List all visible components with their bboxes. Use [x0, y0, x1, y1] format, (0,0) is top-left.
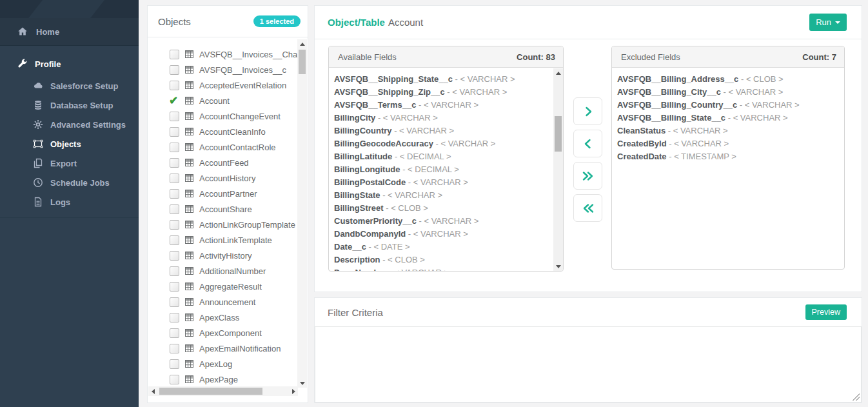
object-list-item[interactable]: Account: [148, 93, 298, 108]
field-item[interactable]: CreatedById - < VARCHAR >: [617, 137, 844, 150]
object-list-item[interactable]: AccountChangeEvent: [148, 108, 298, 124]
sidebar-item-advanced-settings[interactable]: Advanced Settings: [0, 115, 139, 134]
object-list-item[interactable]: AccountContactRole: [148, 139, 298, 155]
sidebar-item-export[interactable]: Export: [0, 154, 139, 173]
sidebar-item-objects[interactable]: Objects: [0, 134, 139, 154]
objects-horizontal-scrollbar[interactable]: [148, 386, 298, 396]
field-item[interactable]: DunsNumber - < VARCHAR >: [334, 266, 553, 271]
scrollbar-thumb[interactable]: [159, 388, 262, 395]
run-button[interactable]: Run: [809, 14, 847, 31]
field-item[interactable]: CreatedDate - < TIMESTAMP >: [617, 150, 844, 163]
available-fields-list: AVSFQB__Shipping_State__c - < VARCHAR >A…: [329, 68, 553, 271]
object-list-item[interactable]: ApexEmailNotification: [148, 341, 298, 356]
checkbox[interactable]: [170, 112, 179, 121]
object-list-item[interactable]: AdditionalNumber: [148, 263, 298, 279]
sidebar-item-salesforce-setup[interactable]: Salesforce Setup: [0, 76, 139, 95]
preview-button[interactable]: Preview: [805, 304, 847, 320]
field-item[interactable]: AVSFQB__Terms__c - < VARCHAR >: [334, 99, 553, 112]
object-list-item[interactable]: AccountCleanInfo: [148, 124, 298, 139]
objects-panel: Objects 1 selected AVSFQB__Invoices__Cha…: [147, 5, 308, 403]
checkbox[interactable]: [170, 81, 179, 90]
sidebar-item-schedule-jobs[interactable]: Schedule Jobs: [0, 173, 139, 192]
checkbox[interactable]: [170, 297, 179, 307]
field-item[interactable]: BillingPostalCode - < VARCHAR >: [334, 176, 553, 189]
object-list-item[interactable]: AggregateResult: [148, 279, 298, 294]
field-item[interactable]: AVSFQB__Billing_City__c - < VARCHAR >: [617, 86, 844, 99]
field-item[interactable]: CustomerPriority__c - < VARCHAR >: [334, 215, 553, 228]
object-list-item[interactable]: ApexClass: [148, 310, 298, 325]
object-list-item[interactable]: AVSFQB__Invoices__c: [148, 62, 298, 77]
field-item[interactable]: CleanStatus - < VARCHAR >: [617, 124, 844, 137]
checkbox[interactable]: [170, 204, 179, 214]
field-item[interactable]: Date__c - < DATE >: [334, 241, 553, 253]
checkbox[interactable]: [170, 158, 179, 168]
checkbox[interactable]: [170, 50, 179, 59]
field-item[interactable]: AVSFQB__Shipping_Zip__c - < VARCHAR >: [334, 86, 553, 99]
object-name: AccountHistory: [199, 174, 255, 183]
scrollbar-thumb[interactable]: [299, 50, 306, 74]
move-right-button[interactable]: [573, 97, 602, 125]
object-list-item[interactable]: Announcement: [148, 294, 298, 310]
checkbox[interactable]: [170, 344, 179, 353]
field-item[interactable]: AVSFQB__Billing_Country__c - < VARCHAR >: [617, 99, 844, 112]
object-list-item[interactable]: ActionLinkGroupTemplate: [148, 217, 298, 232]
object-list-item[interactable]: AVSFQB__Invoices__Chang: [148, 46, 298, 62]
checkbox[interactable]: [170, 359, 179, 369]
object-list-item[interactable]: ApexPage: [148, 372, 298, 387]
move-left-button[interactable]: [573, 130, 602, 157]
checkbox[interactable]: [170, 220, 179, 230]
scroll-left-icon[interactable]: [148, 386, 157, 396]
object-list-item[interactable]: AcceptedEventRelation: [148, 77, 298, 93]
object-name: AVSFQB__Invoices__Chang: [199, 50, 298, 59]
checkbox[interactable]: [170, 313, 179, 323]
object-list-item[interactable]: ApexComponent: [148, 325, 298, 341]
field-item[interactable]: BillingGeocodeAccuracy - < VARCHAR >: [334, 137, 553, 150]
field-item[interactable]: Description - < CLOB >: [334, 253, 553, 266]
checkbox[interactable]: [170, 174, 179, 183]
move-all-right-button[interactable]: [573, 162, 602, 190]
checkbox[interactable]: [170, 189, 179, 199]
field-item[interactable]: BillingLongitude - < DECIMAL >: [334, 163, 553, 176]
scroll-up-icon[interactable]: [553, 68, 563, 77]
field-item[interactable]: DandbCompanyId - < VARCHAR >: [334, 228, 553, 241]
field-item[interactable]: BillingCity - < VARCHAR >: [334, 112, 553, 124]
field-item[interactable]: AVSFQB__Billing_State__c - < VARCHAR >: [617, 112, 844, 124]
sidebar-item-logs[interactable]: Logs: [0, 192, 139, 212]
objects-vertical-scrollbar[interactable]: [297, 39, 307, 388]
checkbox[interactable]: [170, 65, 179, 75]
field-item[interactable]: AVSFQB__Shipping_State__c - < VARCHAR >: [334, 73, 553, 86]
available-fields-scrollbar[interactable]: [553, 68, 563, 271]
field-item[interactable]: BillingCountry - < VARCHAR >: [334, 124, 553, 137]
checkbox[interactable]: [170, 266, 179, 276]
checkbox[interactable]: [170, 328, 179, 338]
scroll-up-icon[interactable]: [297, 39, 307, 48]
object-list-item[interactable]: AccountShare: [148, 201, 298, 217]
checkbox[interactable]: [170, 235, 179, 245]
scrollbar-thumb[interactable]: [555, 116, 562, 152]
sidebar-item-profile[interactable]: Profile: [0, 54, 139, 74]
checkbox[interactable]: [170, 282, 179, 292]
sidebar-item-home[interactable]: Home: [0, 18, 139, 46]
object-list-item[interactable]: ActionLinkTemplate: [148, 232, 298, 248]
object-list-item[interactable]: AccountHistory: [148, 170, 298, 186]
scroll-down-icon[interactable]: [297, 379, 307, 388]
object-list-item[interactable]: ActivityHistory: [148, 248, 298, 263]
object-list-item[interactable]: AccountPartner: [148, 186, 298, 201]
field-item[interactable]: BillingLatitude - < DECIMAL >: [334, 150, 553, 163]
object-list-item[interactable]: ApexLog: [148, 356, 298, 372]
checkbox[interactable]: [170, 251, 179, 261]
checkbox[interactable]: [170, 127, 179, 137]
checkbox[interactable]: [170, 375, 179, 384]
object-list-item[interactable]: AccountFeed: [148, 155, 298, 170]
field-type: - < VARCHAR >: [406, 229, 468, 239]
sidebar-item-database-setup[interactable]: Database Setup: [0, 95, 139, 115]
checkbox-checked[interactable]: [170, 96, 179, 106]
field-item[interactable]: BillingStreet - < CLOB >: [334, 202, 553, 215]
scroll-down-icon[interactable]: [553, 262, 563, 271]
field-item[interactable]: BillingState - < VARCHAR >: [334, 189, 553, 202]
scroll-right-icon[interactable]: [289, 386, 298, 396]
filter-criteria-input[interactable]: [315, 326, 862, 402]
field-item[interactable]: AVSFQB__Billing_Address__c - < CLOB >: [617, 73, 844, 86]
move-all-left-button[interactable]: [573, 194, 602, 222]
checkbox[interactable]: [170, 143, 179, 152]
